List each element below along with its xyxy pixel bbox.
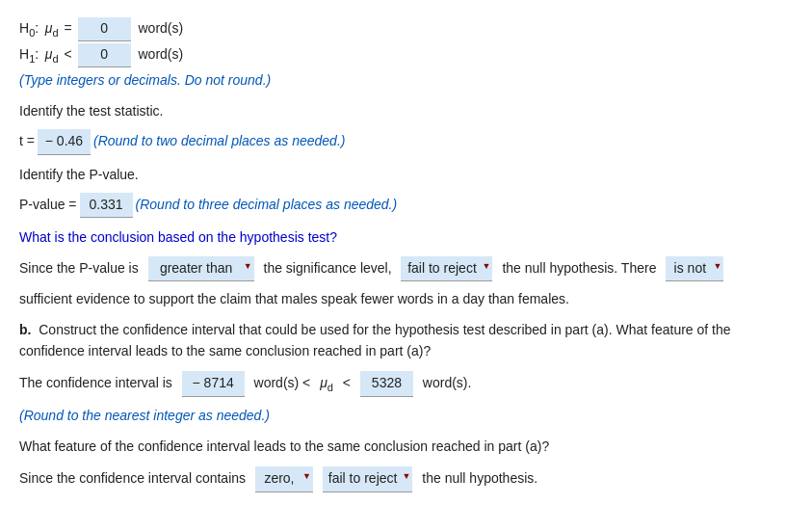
- conclusion-sentence: Since the P-value is greater than the si…: [19, 256, 793, 281]
- conclusion-middle: the significance level,: [264, 256, 392, 280]
- h1-unit: word(s): [139, 43, 184, 66]
- h0-value-input[interactable]: 0: [78, 17, 131, 41]
- h1-label: H1: μd: [19, 43, 59, 67]
- conclusion-text1: the null hypothesis. There: [502, 256, 656, 280]
- h0-label: H0: μd: [19, 17, 59, 41]
- pvalue-row: P-value = 0.331 (Round to three decimal …: [19, 193, 793, 218]
- h1-value-input[interactable]: 0: [78, 43, 131, 67]
- part-b-question-text: Construct the confidence interval that c…: [19, 322, 731, 358]
- hint1: (Type integers or decimals. Do not round…: [19, 70, 793, 92]
- conclusion-question: What is the conclusion based on the hypo…: [19, 227, 793, 249]
- t-label: t =: [19, 129, 35, 153]
- ci-upper-input[interactable]: 5328: [360, 371, 413, 396]
- h1-row: H1: μd < 0 word(s): [19, 43, 793, 67]
- conclusion-prefix: Since the P-value is: [19, 256, 139, 280]
- t-hint: (Round to two decimal places as needed.): [93, 129, 345, 153]
- feature-question: What feature of the confidence interval …: [19, 437, 793, 458]
- ci-lower-unit: word(s) <: [254, 371, 311, 395]
- pvalue-label: P-value =: [19, 193, 77, 217]
- identify-test-label: Identify the test statistic.: [19, 101, 793, 122]
- ci-row: The confidence interval is − 8714 word(s…: [19, 371, 793, 398]
- h0-unit: word(s): [139, 17, 184, 40]
- ci-lt: <: [343, 371, 351, 395]
- h1-subscript: 1: [29, 53, 35, 65]
- ci-upper-unit: word(s).: [423, 371, 472, 395]
- feature-dropdown2[interactable]: fail to reject: [323, 466, 413, 491]
- ci-prefix: The confidence interval is: [19, 371, 172, 395]
- identify-pvalue-label: Identify the P-value.: [19, 165, 793, 186]
- ci-mu: μd: [320, 371, 333, 398]
- pvalue-value-input[interactable]: 0.331: [80, 193, 133, 218]
- feature-suffix: the null hypothesis.: [422, 466, 537, 491]
- part-b-label: b.: [19, 322, 31, 337]
- h0-row: H0: μd = 0 word(s): [19, 17, 793, 41]
- conclusion-dropdown3[interactable]: is not: [666, 256, 723, 281]
- pvalue-hint: (Round to three decimal places as needed…: [136, 193, 398, 217]
- part-b-question: b. Construct the confidence interval tha…: [19, 320, 793, 361]
- ci-mu-sub: d: [327, 382, 333, 393]
- h0-subscript: 0: [29, 27, 35, 39]
- t-row: t = − 0.46 (Round to two decimal places …: [19, 129, 793, 154]
- feature-dropdown1[interactable]: zero,: [255, 466, 313, 491]
- conclusion-text2: sufficient evidence to support the claim…: [19, 289, 793, 310]
- ci-lower-input[interactable]: − 8714: [182, 371, 245, 396]
- conclusion-dropdown2[interactable]: fail to reject: [401, 256, 492, 281]
- t-value-input[interactable]: − 0.46: [38, 129, 91, 154]
- feature-prefix: Since the confidence interval contains: [19, 466, 246, 491]
- feature-sentence: Since the confidence interval contains z…: [19, 466, 793, 491]
- ci-hint: (Round to the nearest integer as needed.…: [19, 406, 793, 427]
- conclusion-dropdown1[interactable]: greater than: [148, 256, 254, 281]
